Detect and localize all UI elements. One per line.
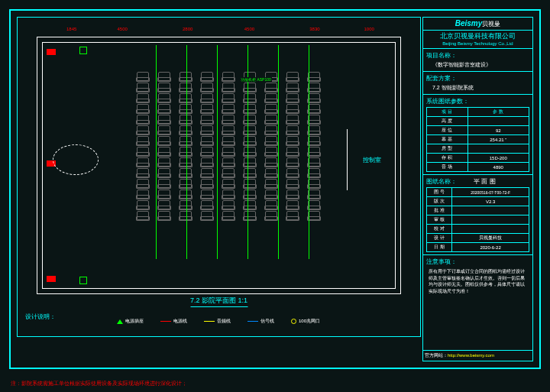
seat (158, 83, 170, 92)
seat (222, 200, 235, 209)
speaker-front-left (47, 49, 56, 55)
seat (137, 115, 149, 124)
footer-note: 注：影院系统需施工单位根据实际使用设备及实际现场环境进行深化设计； (11, 380, 187, 387)
speaker-front-right (47, 276, 56, 282)
seat (222, 136, 235, 145)
seat (286, 190, 299, 199)
seat (158, 147, 170, 156)
seat (265, 104, 277, 113)
seat (137, 211, 149, 220)
seat (180, 93, 192, 102)
seat (201, 190, 213, 199)
seat (244, 93, 256, 102)
seat (265, 168, 277, 177)
seat (201, 211, 213, 220)
seat (244, 157, 256, 167)
seat (222, 179, 235, 188)
drawing-info-table: 图 号20200516-07-T00-72-F 版 次V2.3 批 准 审 核 … (426, 187, 529, 252)
seat (286, 147, 299, 156)
website-link[interactable]: http://www.beismy.com (448, 353, 494, 358)
seat (265, 83, 277, 92)
seat (286, 136, 299, 145)
seat (308, 168, 320, 177)
drawing-canvas: 1845 4500 2800 4500 3830 1000 功放机柜 ASP10… (17, 17, 421, 337)
website: 官方网站：http://www.beismy.com (423, 350, 532, 361)
seat (137, 147, 149, 156)
seat (201, 104, 213, 113)
seat (286, 200, 299, 209)
seat (265, 93, 277, 102)
seat (201, 157, 213, 167)
seat (308, 72, 320, 81)
seat (180, 136, 192, 145)
seat (308, 125, 320, 134)
seat (180, 115, 192, 124)
seat (222, 147, 235, 156)
seat (137, 179, 149, 188)
seat (201, 147, 213, 156)
legend: 电源插座 电源线 音频线 信号线 100兆网口 (117, 318, 320, 325)
seat (308, 136, 320, 145)
seat (158, 125, 170, 134)
seat (244, 190, 256, 199)
seat (244, 115, 256, 124)
seat (158, 168, 170, 177)
seat (244, 104, 256, 113)
seat (201, 125, 213, 134)
seat (286, 125, 299, 134)
seat (137, 136, 149, 145)
seat (308, 83, 320, 92)
seat (201, 93, 213, 102)
seat (158, 72, 170, 81)
seat (137, 157, 149, 167)
seat (158, 115, 170, 124)
projection-arc (53, 144, 99, 175)
seat (265, 211, 277, 220)
seat (158, 136, 170, 145)
seat (265, 179, 277, 188)
seat (222, 211, 235, 220)
seat (180, 104, 192, 113)
seat (180, 190, 192, 199)
seat (180, 211, 192, 220)
seat (244, 211, 256, 220)
control-room-label: 控制室 (363, 156, 381, 164)
seat (158, 190, 170, 199)
seat (137, 72, 149, 81)
seat (265, 147, 277, 156)
seat (244, 200, 256, 209)
seating-area (137, 72, 335, 248)
notice-text: 所有用于下订单或订立合同的图纸均需经过设计师及主管审核签名确认后才生效。否则一切… (426, 266, 529, 296)
seat (286, 157, 299, 167)
seat (180, 83, 192, 92)
seat (286, 93, 299, 102)
seat (265, 115, 277, 124)
seat (158, 104, 170, 113)
seat (201, 168, 213, 177)
seat (137, 93, 149, 102)
logo: Beismy贝视曼 (423, 18, 532, 31)
seat (286, 83, 299, 92)
seat (308, 190, 320, 199)
floor-plan-outline: 1845 4500 2800 4500 3830 1000 功放机柜 ASP10… (37, 37, 401, 294)
seat (180, 168, 192, 177)
pillar (79, 277, 87, 284)
seat (137, 83, 149, 92)
seat (286, 104, 299, 113)
seat (201, 83, 213, 92)
seat (137, 104, 149, 113)
seat (180, 157, 192, 167)
seat (308, 211, 320, 220)
seat (308, 115, 320, 124)
dimension-top: 1845 4500 2800 4500 3830 1000 (37, 27, 400, 34)
seat (244, 125, 256, 134)
seat (265, 200, 277, 209)
seat (158, 157, 170, 167)
params-table: 项 目参 数 高 度 座 位92 幕 基254.21 ” 房 型 存 积15D-… (426, 107, 529, 172)
company-name: 北京贝视曼科技有限公司Beijing Beismy Technology Co.… (423, 31, 532, 49)
seat (244, 179, 256, 188)
seat (158, 211, 170, 220)
seat (222, 125, 235, 134)
seat (308, 93, 320, 102)
seat (158, 179, 170, 188)
